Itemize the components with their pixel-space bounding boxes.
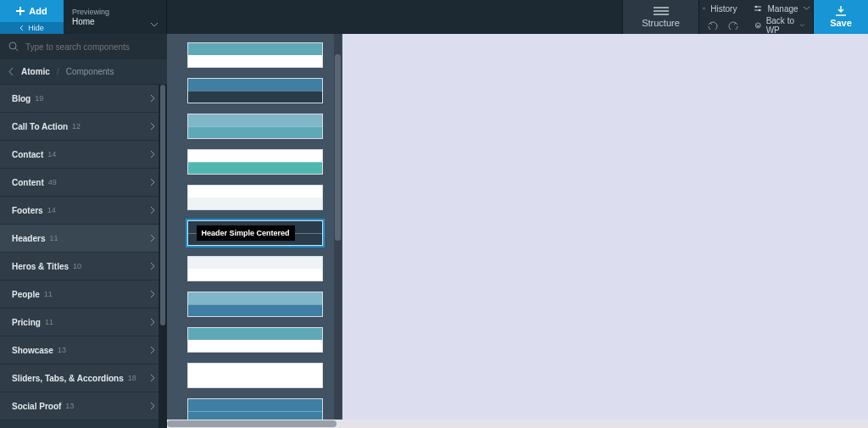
- undo-icon: [708, 21, 718, 30]
- component-preview[interactable]: [187, 149, 323, 175]
- chevron-down-icon: [804, 7, 810, 10]
- chevron-right-icon: [150, 207, 155, 214]
- svg-point-2: [759, 9, 760, 11]
- category-item[interactable]: Showcase13: [0, 336, 167, 364]
- chevron-right-icon: [150, 95, 155, 102]
- undo-button[interactable]: [704, 17, 721, 34]
- structure-icon: [654, 7, 669, 15]
- hide-button[interactable]: Hide: [0, 22, 64, 34]
- chevron-down-icon: [151, 23, 158, 27]
- search-box[interactable]: [0, 34, 167, 59]
- redo-button[interactable]: [725, 17, 742, 34]
- category-list: Blog19Call To Action12Contact14Content49…: [0, 85, 167, 428]
- plus-icon: [16, 7, 25, 15]
- manage-button[interactable]: Manage: [745, 0, 817, 17]
- topbar: Add Hide Previewing Home Structure Histo…: [0, 0, 868, 34]
- component-strip: Header Simple Centered: [167, 34, 342, 428]
- category-item[interactable]: Sliders, Tabs, & Accordions18: [0, 364, 167, 392]
- component-preview[interactable]: [187, 292, 323, 317]
- svg-point-1: [755, 6, 757, 8]
- search-icon: [8, 42, 19, 52]
- save-label: Save: [830, 18, 852, 28]
- redo-icon: [728, 21, 738, 30]
- crumb-root[interactable]: Atomic: [21, 67, 50, 76]
- chevron-right-icon: [150, 263, 155, 270]
- sidebar: Atomic / Components Blog19Call To Action…: [0, 34, 167, 428]
- component-preview[interactable]: [187, 363, 323, 388]
- category-item[interactable]: Footers14: [0, 197, 167, 225]
- component-tooltip: Header Simple Centered: [197, 225, 295, 241]
- component-preview[interactable]: [187, 327, 323, 353]
- topbar-spacer: [167, 0, 622, 34]
- chevron-down-icon: [800, 24, 804, 27]
- history-button[interactable]: History: [694, 0, 745, 17]
- chevron-right-icon: [150, 151, 155, 158]
- structure-button[interactable]: Structure: [622, 0, 698, 34]
- strip-scrollbar[interactable]: [334, 34, 342, 420]
- page-name: Home: [72, 17, 158, 26]
- history-icon: [703, 4, 705, 13]
- chevron-right-icon: [150, 291, 155, 297]
- previewing-label: Previewing: [72, 8, 158, 16]
- category-item[interactable]: Heros & Titles10: [0, 253, 167, 281]
- category-item[interactable]: Call To Action12: [0, 113, 167, 141]
- chevron-left-icon: [19, 25, 25, 31]
- download-icon: [835, 6, 847, 16]
- breadcrumb: Atomic / Components: [0, 59, 167, 85]
- category-item[interactable]: Headers11: [0, 225, 167, 253]
- save-button[interactable]: Save: [813, 0, 868, 34]
- category-item[interactable]: Pricing11: [0, 308, 167, 336]
- chevron-right-icon: [150, 347, 155, 353]
- settings-icon: [754, 4, 762, 13]
- chevron-right-icon: [150, 179, 155, 186]
- search-input[interactable]: [25, 42, 159, 52]
- chevron-right-icon: [150, 403, 155, 409]
- component-preview[interactable]: [187, 114, 323, 139]
- component-preview[interactable]: [187, 42, 323, 68]
- category-item[interactable]: People11: [0, 281, 167, 308]
- wordpress-icon: [755, 21, 761, 30]
- category-item[interactable]: Content49: [0, 169, 167, 197]
- chevron-right-icon: [150, 123, 155, 130]
- component-preview[interactable]: [187, 256, 323, 281]
- category-item[interactable]: Blog19: [0, 85, 167, 113]
- canvas[interactable]: [342, 34, 868, 420]
- sidebar-scrollbar[interactable]: [159, 85, 167, 428]
- page-selector[interactable]: Previewing Home: [64, 0, 167, 34]
- component-preview[interactable]: Header Simple Centered: [187, 220, 323, 246]
- component-preview[interactable]: [187, 78, 323, 103]
- chevron-right-icon: [150, 235, 155, 242]
- structure-label: Structure: [642, 18, 680, 28]
- hide-label: Hide: [28, 24, 44, 32]
- horizontal-scrollbar[interactable]: [167, 420, 868, 428]
- chevron-right-icon: [150, 375, 155, 381]
- add-label: Add: [29, 6, 47, 16]
- crumb-current: Components: [66, 67, 114, 76]
- component-preview[interactable]: [187, 185, 323, 210]
- category-item[interactable]: Contact14: [0, 141, 167, 169]
- back-to-wp-button[interactable]: Back to WP: [747, 17, 813, 34]
- chevron-right-icon: [150, 319, 155, 325]
- category-item[interactable]: Social Proof13: [0, 392, 167, 420]
- add-button[interactable]: Add: [0, 0, 64, 22]
- svg-point-4: [9, 42, 16, 49]
- chevron-left-icon[interactable]: [8, 68, 14, 75]
